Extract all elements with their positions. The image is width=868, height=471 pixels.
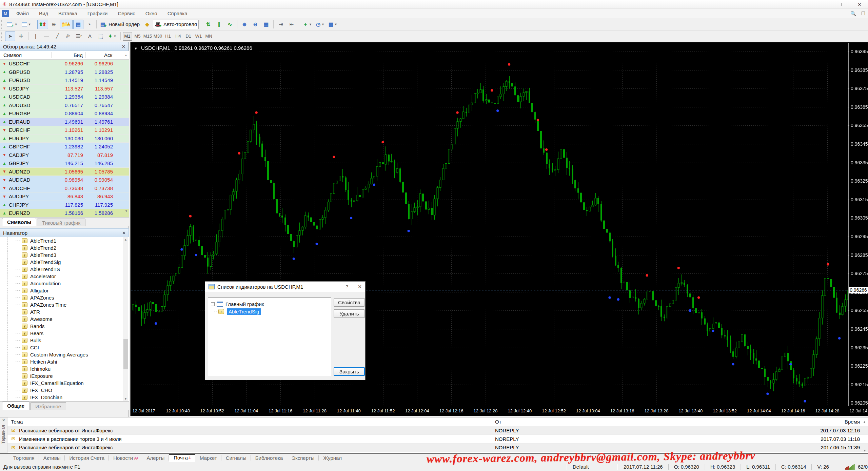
market-row-EURGBP[interactable]: ▲EURGBP0.889040.88934 [0,109,129,118]
zoom-in-button[interactable]: ⊕ [239,20,250,29]
terminal-tab-Почта[interactable]: Почта4 [169,454,195,462]
arrows-tool[interactable]: ✦▼ [106,32,118,41]
tab-Символы[interactable]: Символы [2,218,36,226]
timeframe-M5[interactable]: M5 [133,32,142,41]
collapse-triangle-icon[interactable]: ▼ [134,46,138,50]
terminal-tab-История Счета[interactable]: История Счета [65,454,109,462]
navigator-toggle[interactable]: 📁★ [60,20,73,29]
mail-row[interactable]: ✉Изменения в расписании торгов 3 и 4 июл… [7,435,868,443]
scroll-down-icon[interactable]: ▼ [863,449,866,452]
timeframe-M1[interactable]: M1 [123,32,132,41]
scroll-down-icon[interactable]: ▼ [123,397,128,401]
autotrading-toggle[interactable]: 🎩●Авто-торговля [153,20,199,29]
terminal-tab-Эксперты[interactable]: Эксперты [287,454,319,462]
indicator-tree-listbox[interactable]: − Главный график ƒ AbleTrendSig [208,298,331,376]
menu-item-Вид[interactable]: Вид [34,11,53,16]
navigator-item-IFX_CamarilliaEquation[interactable]: ƒIFX_CamarilliaEquation [0,380,129,387]
minimize-button[interactable]: — [823,2,831,7]
terminal-tab-Журнал[interactable]: Журнал [319,454,346,462]
text-tool[interactable]: A [85,32,95,41]
navigator-item-Accelerator[interactable]: ƒAccelerator [0,273,129,280]
menu-item-Сервис[interactable]: Сервис [113,11,140,16]
menu-item-Справка[interactable]: Справка [162,11,193,16]
search-icon[interactable]: 🔍 [850,11,856,16]
terminal-tab-Торговля[interactable]: Торговля [9,454,39,462]
navigator-item-Awesome[interactable]: ƒAwesome [0,315,129,323]
terminal-tab-Активы[interactable]: Активы [39,454,65,462]
close-icon[interactable]: ✕ [0,417,7,423]
market-row-USDJPY[interactable]: ▼USDJPY113.527113.557 [0,85,129,93]
market-row-GBPJPY[interactable]: ▲GBPJPY146.215146.285 [0,159,129,168]
navigator-item-Bears[interactable]: ƒBears [0,330,129,337]
close-icon[interactable]: ✕ [358,284,362,289]
maximize-button[interactable] [840,2,847,7]
navigator-item-AbleTrend3[interactable]: ƒAbleTrend3 [0,251,129,259]
close-button[interactable]: ✕ [856,2,863,7]
selected-indicator[interactable]: AbleTrendSig [227,308,261,315]
terminal-tab-Новости[interactable]: Новости99 [109,454,142,462]
timeframe-H4[interactable]: H4 [174,32,183,41]
navigator-item-Bands[interactable]: ƒBands [0,323,129,330]
menu-item-Графики[interactable]: Графики [82,11,113,16]
horizontal-line-tool[interactable]: — [41,32,52,41]
navigator-item-iExposure[interactable]: ƒiExposure [0,372,129,380]
timeframe-H1[interactable]: H1 [163,32,173,41]
bar-chart-button[interactable]: ⇅ [203,20,213,29]
strategy-tester-button[interactable]: ◔ [84,20,94,29]
terminal-tab-Маркет[interactable]: Маркет [195,454,221,462]
navigator-item-Ichimoku[interactable]: ƒIchimoku [0,365,129,372]
navigator-item-APAZones-Time[interactable]: ƒAPAZones Time [0,301,129,308]
market-row-EURUSD[interactable]: ▲EURUSD1.145191.14549 [0,76,129,85]
navigator-item-CCI[interactable]: ƒCCI [0,344,129,351]
new-chart-button[interactable]: +▼ [5,20,19,29]
vertical-line-tool[interactable]: | [31,32,41,41]
timeframe-M30[interactable]: M30 [153,32,163,41]
mail-row[interactable]: ✉Расписание вебинаров от ИнстаФорексNORE… [7,426,868,435]
market-row-CHFJPY[interactable]: ▲CHFJPY117.825117.925 [0,201,129,209]
terminal-tab-Сигналы[interactable]: Сигналы [221,454,251,462]
close-dialog-button[interactable]: Закрыть [334,367,365,376]
navigator-item-APAZones[interactable]: ƒAPAZones [0,294,129,301]
data-window-button[interactable]: ⊕ [49,20,59,29]
navigator-item-AbleTrend1[interactable]: ƒAbleTrend1 [0,237,129,244]
navigator-scrollbar[interactable]: ▲ ▼ [123,237,128,401]
menu-item-Окно[interactable]: Окно [140,11,162,16]
scroll-up-icon[interactable]: ▲ [124,54,129,57]
delete-button[interactable]: Удалить [334,309,365,318]
cursor-tool[interactable]: ➤ [5,32,15,41]
column-symbol[interactable]: Символ [0,52,52,58]
chart-shift-button[interactable]: ⇤ [287,20,297,29]
market-row-CADJPY[interactable]: ▼CADJPY87.71987.819 [0,151,129,160]
navigator-item-Heiken-Ashi[interactable]: ƒHeiken Ashi [0,358,129,365]
menu-item-Файл[interactable]: Файл [11,11,34,16]
market-watch-toggle[interactable]: ⬍⬍ [37,20,48,29]
navigator-item-AbleTrendTS[interactable]: ƒAbleTrendTS [0,266,129,273]
navigator-item-AbleTrendSig[interactable]: ƒAbleTrendSig [0,259,129,266]
market-row-AUDCHF[interactable]: ▼AUDCHF0.736380.73738 [0,184,129,193]
market-row-AUDUSD[interactable]: ▲AUDUSD0.765170.76547 [0,101,129,110]
chart-window-icon[interactable]: ❐ [861,11,865,16]
market-row-AUDCAD[interactable]: ▼AUDCAD0.989540.99054 [0,176,129,184]
column-time[interactable]: Время [811,419,868,425]
channel-tool[interactable]: ⫽E [63,32,73,41]
tree-root-label[interactable]: Главный график [225,301,264,307]
timeframe-M15[interactable]: M15 [143,32,153,41]
trendline-tool[interactable]: ╱ [52,32,62,41]
help-icon[interactable]: ? [346,284,348,289]
auto-scroll-button[interactable]: ⇥ [276,20,286,29]
zoom-out-button[interactable]: ⊖ [250,20,260,29]
line-chart-button[interactable]: ∿ [225,20,235,29]
timeframe-W1[interactable]: W1 [194,32,203,41]
tab-Общие[interactable]: Общие [2,402,29,410]
market-row-GBPUSD[interactable]: ▲GBPUSD1.287951.28825 [0,68,129,77]
market-row-USDCHF[interactable]: ▼USDCHF0.962660.96296 [0,60,129,68]
market-row-EURCHF[interactable]: ▼EURCHF1.102611.10291 [0,126,129,135]
periods-button[interactable]: ◷▼ [314,20,326,29]
profile-selector[interactable]: Default [567,464,618,470]
timeframe-D1[interactable]: D1 [184,32,193,41]
navigator-item-AbleTrend2[interactable]: ƒAbleTrend2 [0,244,129,251]
column-subject[interactable]: Тема [7,419,492,425]
navigator-item-IFX_CHO[interactable]: ƒIFX_CHO [0,387,129,394]
column-ask[interactable]: Аск [86,52,114,58]
tile-windows-button[interactable]: ▦ [261,20,271,29]
